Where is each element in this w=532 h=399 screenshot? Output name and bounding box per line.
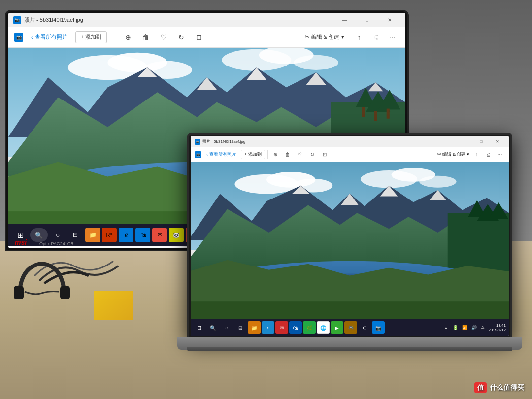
laptop-screen-outer: 📷 照片 - 5b31f40f19aef.jpg — □ ✕ 📷 ‹ 查看所有照…	[187, 133, 512, 340]
more-icon[interactable]: ···	[386, 31, 399, 44]
more-icon-laptop[interactable]: ···	[495, 150, 505, 160]
zoom-icon-laptop[interactable]: ⊕	[270, 150, 280, 160]
edge-large[interactable]: ℯ	[119, 228, 133, 242]
toolbar-photo-icon: 📷	[14, 33, 23, 42]
heart-icon-laptop[interactable]: ♡	[295, 150, 305, 160]
edit-create-btn-laptop[interactable]: ✂ 编辑 & 创建 ▾	[437, 151, 469, 158]
system-tray-laptop: ▲ 🔋 📶 🔊 🖧 18:41 2019/9/12	[441, 323, 507, 332]
search-bar-large[interactable]: 🔍	[30, 228, 48, 242]
add-to-btn[interactable]: + 添加到	[75, 31, 107, 43]
svg-rect-18	[362, 107, 365, 117]
view-all-photos-btn-laptop[interactable]: ‹ 查看所有照片	[204, 150, 238, 159]
add-to-btn-laptop[interactable]: + 添加到	[241, 150, 265, 159]
title-bar-large: 📷 照片 - 5b31f40f19aef.jpg — □ ✕	[8, 13, 405, 27]
photo-viewer-laptop: 📷 照片 - 5b31f40f19aef.jpg — □ ✕ 📷 ‹ 查看所有照…	[191, 136, 509, 319]
window-title-laptop: 照片 - 5b31f40f19aef.jpg	[202, 139, 245, 144]
app2-laptop[interactable]: ℯ	[262, 321, 274, 334]
app3-laptop[interactable]: 🌿	[303, 321, 316, 334]
svg-point-31	[419, 176, 457, 188]
panda-large[interactable]: 🐼	[169, 228, 184, 242]
right-tools-laptop: ✂ 编辑 & 创建 ▾ ↑ 🖨 ···	[437, 150, 505, 160]
laptop-base-bottom	[187, 347, 512, 351]
battery-icon: 🔋	[451, 323, 460, 332]
headphones-svg	[10, 256, 74, 300]
svg-rect-38	[448, 213, 509, 271]
store-large[interactable]: 🛍	[135, 228, 150, 242]
chrome-laptop[interactable]: 🌐	[317, 321, 330, 334]
store-laptop[interactable]: 🛍	[289, 321, 302, 334]
delete-icon-laptop[interactable]: 🗑	[283, 150, 293, 160]
heart-icon[interactable]: ♡	[157, 31, 170, 44]
separator-1	[114, 32, 114, 43]
svg-point-6	[294, 55, 338, 70]
cortana-btn-large[interactable]: ○	[50, 227, 66, 243]
svg-rect-46	[14, 286, 24, 299]
right-tools: ✂ 编辑 & 创建 ▾ ↑ 🖨 ···	[300, 31, 399, 44]
file-explorer-laptop[interactable]: 📁	[248, 321, 261, 334]
title-bar-laptop: 📷 照片 - 5b31f40f19aef.jpg — □ ✕	[191, 136, 509, 147]
task-view-large[interactable]: ⊟	[67, 227, 83, 243]
app4-laptop[interactable]: ▶	[331, 321, 343, 334]
close-btn-laptop[interactable]: ✕	[489, 136, 505, 147]
svg-rect-45	[191, 301, 509, 319]
toolbar-large: 📷 ‹ 查看所有照片 + 添加到 ⊕ 🗑 ♡ ↻ ⊡	[8, 27, 405, 48]
maximize-btn-large[interactable]: □	[356, 13, 378, 27]
close-btn-large[interactable]: ✕	[379, 13, 400, 27]
watermark: 值 什么值得买	[474, 382, 524, 393]
win-controls-large: — □ ✕	[333, 13, 400, 27]
mail-large[interactable]: ✉	[152, 228, 167, 242]
search-btn-laptop[interactable]: 🔍	[206, 321, 219, 334]
settings-laptop[interactable]: ⚙	[358, 321, 371, 334]
landscape-svg-laptop	[191, 162, 509, 319]
nav-arrow-icon: ‹	[31, 34, 33, 40]
maximize-btn-laptop[interactable]: □	[473, 136, 489, 147]
share-icon-laptop[interactable]: ↑	[471, 150, 481, 160]
app-icon-large: 📷	[13, 16, 21, 24]
svg-rect-47	[60, 286, 70, 299]
wifi-icon: 📶	[460, 323, 469, 332]
window-title-large: 照片 - 5b31f40f19aef.jpg	[24, 16, 83, 24]
app2-large[interactable]: Rᴮ	[102, 228, 117, 242]
watermark-badge: 值	[474, 382, 487, 393]
view-all-photos-btn[interactable]: ‹ 查看所有照片	[27, 32, 71, 43]
photos-laptop[interactable]: 📷	[372, 321, 385, 334]
rotate-icon[interactable]: ↻	[174, 31, 188, 44]
crop-icon[interactable]: ⊡	[192, 31, 206, 44]
toolbar-photo-icon-s: 📷	[195, 151, 201, 158]
volume-icon-laptop: 🔊	[469, 323, 478, 332]
msi-brand-label: msi	[15, 238, 27, 246]
time-display-laptop: 18:41 2019/9/12	[488, 323, 507, 332]
file-explorer-large[interactable]: 📁	[85, 228, 100, 242]
edit-create-btn[interactable]: ✂ 编辑 & 创建 ▾	[300, 32, 349, 43]
laptop: 📷 照片 - 5b31f40f19aef.jpg — □ ✕ 📷 ‹ 查看所有照…	[187, 133, 522, 369]
minimize-btn-laptop[interactable]: —	[458, 136, 473, 147]
crop-icon-laptop[interactable]: ⊡	[320, 150, 330, 160]
taskbar-laptop: ⊞ 🔍 ○ ⊟ 📁 ℯ ✉ 🛍 🌿 🌐 ▶ 🎮 ⚙ 📷 ▲ 🔋 📶	[191, 319, 509, 336]
share-icon[interactable]: ↑	[352, 31, 366, 44]
headphones	[10, 256, 74, 300]
network-icon-laptop: 🖧	[479, 323, 488, 332]
arrow-up-icon: ▲	[441, 323, 450, 332]
rotate-icon-laptop[interactable]: ↻	[307, 150, 317, 160]
start-btn-laptop[interactable]: ⊞	[193, 321, 205, 334]
cortana-btn-laptop[interactable]: ○	[220, 321, 233, 334]
laptop-screen: 📷 照片 - 5b31f40f19aef.jpg — □ ✕ 📷 ‹ 查看所有照…	[191, 136, 509, 336]
toolbar-laptop: 📷 ‹ 查看所有照片 + 添加到 ⊕ 🗑 ♡ ↻ ⊡ ✂ 编辑 &	[191, 147, 509, 162]
msi-model-label: Optix PAG241CR	[39, 241, 74, 246]
svg-rect-20	[387, 109, 390, 119]
yellow-object	[94, 291, 133, 320]
app5-laptop[interactable]: 🎮	[344, 321, 357, 334]
task-view-laptop[interactable]: ⊟	[234, 321, 247, 334]
svg-rect-19	[374, 111, 377, 121]
separator-laptop	[267, 150, 268, 159]
app-icon-laptop: 📷	[195, 139, 200, 145]
watermark-text: 什么值得买	[490, 383, 524, 392]
minimize-btn-large[interactable]: —	[333, 13, 355, 27]
print-icon[interactable]: 🖨	[369, 31, 383, 44]
delete-icon[interactable]: 🗑	[139, 31, 153, 44]
mail-laptop[interactable]: ✉	[275, 321, 288, 334]
zoom-icon[interactable]: ⊕	[121, 31, 135, 44]
photo-display-laptop	[191, 162, 509, 319]
chevron-down-icon: ▾	[341, 34, 344, 40]
print-icon-laptop[interactable]: 🖨	[483, 150, 493, 160]
